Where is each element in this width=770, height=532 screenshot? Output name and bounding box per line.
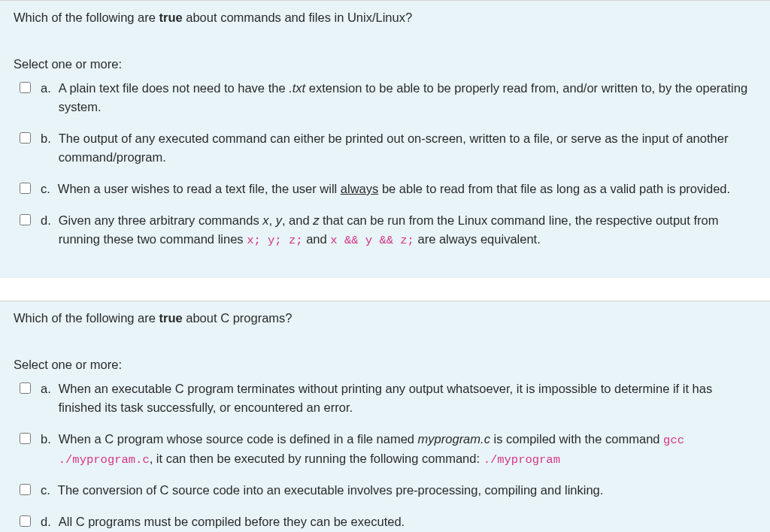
option-row: c.When a user wishes to read a text file… (17, 180, 756, 199)
question-block: Which of the following are true about co… (0, 0, 770, 278)
option-row: b.The output of any executed command can… (17, 129, 756, 168)
option-letter: a. (41, 379, 51, 399)
option-text: When a C program whose source code is de… (59, 430, 749, 469)
select-instruction: Select one or more: (14, 57, 756, 71)
option-text: All C programs must be compiled before t… (59, 512, 749, 532)
option-letter: c. (41, 180, 50, 199)
option-text: The conversion of C source code into an … (58, 481, 749, 500)
option-letter: b. (41, 129, 51, 149)
question-stem: Which of the following are true about co… (14, 8, 756, 27)
option-row: d.Given any three arbitrary commands x, … (17, 211, 756, 250)
option-checkbox[interactable] (20, 515, 31, 527)
option-checkbox[interactable] (20, 214, 31, 225)
option-letter: a. (41, 79, 51, 98)
question-stem: Which of the following are true about C … (14, 309, 756, 328)
option-row: b.When a C program whose source code is … (17, 430, 756, 469)
option-row: a.A plain text file does not need to hav… (17, 79, 756, 117)
option-text: Given any three arbitrary commands x, y,… (59, 211, 749, 250)
option-checkbox[interactable] (20, 132, 31, 144)
option-row: c.The conversion of C source code into a… (17, 481, 756, 500)
option-letter: c. (41, 481, 50, 500)
option-text: When an executable C program terminates … (59, 379, 749, 418)
option-checkbox[interactable] (20, 183, 31, 194)
option-text: A plain text file does not need to have … (59, 79, 749, 117)
option-letter: d. (41, 211, 51, 231)
option-checkbox[interactable] (20, 433, 31, 444)
option-checkbox[interactable] (20, 382, 31, 394)
option-row: a.When an executable C program terminate… (17, 379, 756, 418)
option-text: When a user wishes to read a text file, … (58, 180, 749, 199)
option-text: The output of any executed command can e… (59, 129, 749, 168)
option-letter: d. (41, 512, 51, 532)
select-instruction: Select one or more: (14, 358, 756, 372)
option-checkbox[interactable] (20, 484, 31, 495)
option-checkbox[interactable] (20, 82, 31, 93)
option-row: d.All C programs must be compiled before… (17, 512, 756, 532)
option-letter: b. (41, 430, 51, 449)
question-block: Which of the following are true about C … (0, 301, 770, 532)
